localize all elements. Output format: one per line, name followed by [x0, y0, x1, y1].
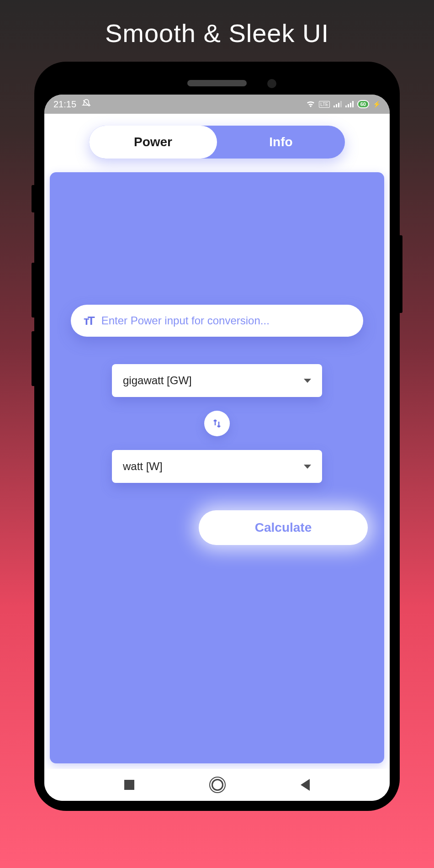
app-screen: 21:15 LTE 60 ⚡	[44, 95, 390, 801]
volte-icon: LTE	[319, 101, 330, 108]
power-input[interactable]	[101, 314, 350, 327]
promo-title: Smooth & Sleek UI	[0, 0, 434, 48]
svg-rect-6	[350, 103, 351, 107]
text-size-icon: тT	[84, 314, 93, 328]
status-bar: 21:15 LTE 60 ⚡	[44, 95, 390, 114]
tab-container: Power Info	[44, 114, 390, 172]
svg-rect-1	[336, 104, 337, 107]
from-unit-value: gigawatt [GW]	[123, 374, 192, 387]
home-button[interactable]	[212, 779, 223, 791]
swap-button[interactable]	[204, 411, 230, 436]
dnd-icon	[82, 99, 91, 110]
phone-camera	[267, 79, 276, 88]
android-nav-bar	[44, 769, 390, 801]
to-unit-value: watt [W]	[123, 460, 163, 473]
power-input-container: тT	[71, 305, 363, 337]
signal-icon-2	[345, 99, 354, 110]
phone-volume-down	[32, 331, 34, 386]
back-button[interactable]	[301, 779, 310, 791]
phone-frame: 21:15 LTE 60 ⚡	[34, 62, 400, 811]
battery-icon: 60	[357, 100, 369, 108]
converter-panel: тT gigawatt [GW] watt [W] Calculate	[50, 172, 384, 763]
status-time: 21:15	[53, 99, 76, 110]
signal-icon-1	[333, 99, 342, 110]
swap-icon	[212, 418, 222, 429]
svg-rect-2	[338, 103, 339, 107]
phone-speaker	[187, 80, 247, 86]
svg-rect-0	[333, 106, 335, 107]
phone-power-button	[400, 235, 402, 313]
svg-rect-3	[340, 101, 342, 107]
tab-pill: Power Info	[89, 126, 345, 159]
to-unit-dropdown[interactable]: watt [W]	[112, 450, 322, 483]
svg-rect-4	[345, 106, 347, 107]
phone-side-button	[32, 185, 34, 212]
svg-rect-5	[348, 104, 349, 107]
phone-volume-up	[32, 263, 34, 318]
recent-apps-button[interactable]	[124, 780, 134, 790]
chevron-down-icon	[304, 379, 311, 383]
wifi-icon	[306, 99, 315, 110]
calculate-button[interactable]: Calculate	[199, 510, 368, 545]
chevron-down-icon	[304, 465, 311, 469]
charging-icon: ⚡	[373, 101, 381, 108]
tab-power[interactable]: Power	[89, 126, 217, 159]
tab-info[interactable]: Info	[217, 126, 345, 159]
svg-rect-7	[352, 101, 354, 107]
from-unit-dropdown[interactable]: gigawatt [GW]	[112, 364, 322, 397]
